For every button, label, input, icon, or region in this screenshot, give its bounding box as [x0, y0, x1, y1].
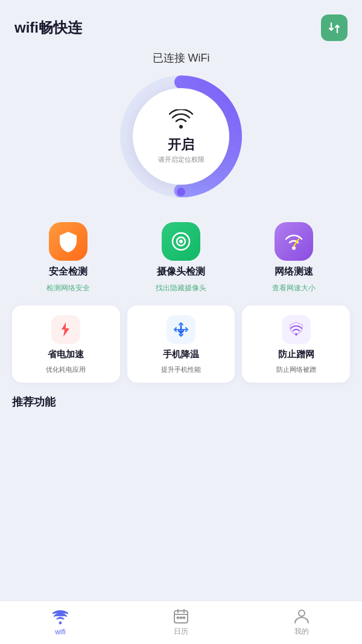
feature-speed[interactable]: 网络测速 查看网速大小 [237, 222, 350, 293]
security-desc: 检测网络安全 [46, 283, 90, 293]
protect-wifi-icon [288, 321, 305, 338]
camera-name: 摄像头检测 [157, 266, 205, 278]
bottom-features-grid: 省电加速 优化耗电应用 手机降温 提升手机性能 [12, 305, 350, 383]
wifi-donut-chart[interactable]: 开启 请开启定位权限 [115, 70, 247, 203]
nav-calendar-icon [173, 608, 189, 624]
nav-mine-icon [294, 608, 310, 624]
camera-icon-bg [162, 222, 200, 261]
cool-icon [173, 321, 189, 338]
nav-calendar-label: 日历 [174, 626, 188, 637]
cool-name: 手机降温 [163, 349, 199, 360]
svg-rect-13 [183, 617, 185, 619]
feature-security[interactable]: 安全检测 检测网络安全 [12, 222, 125, 293]
speed-desc: 查看网速大小 [272, 283, 316, 293]
svg-point-14 [299, 610, 305, 616]
battery-icon [57, 321, 74, 338]
svg-point-5 [179, 240, 183, 243]
camera-detect-icon [170, 231, 192, 252]
battery-icon-bg [51, 315, 80, 344]
svg-point-2 [177, 188, 185, 196]
battery-name: 省电加速 [48, 349, 84, 360]
nav-wifi-label: wifi [55, 628, 65, 636]
bottom-nav: wifi 日历 我的 [0, 601, 362, 644]
speed-icon-bg [275, 222, 313, 261]
nav-wifi-icon [52, 610, 68, 625]
security-name: 安全检测 [49, 266, 87, 278]
camera-desc: 找出隐藏摄像头 [156, 283, 206, 293]
cool-desc: 提升手机性能 [161, 365, 201, 374]
svg-rect-12 [180, 617, 182, 619]
feature-battery[interactable]: 省电加速 优化耗电应用 [12, 305, 120, 383]
protect-name: 防止蹭网 [278, 349, 314, 360]
wifi-status-text: 已连接 WiFi [0, 51, 362, 65]
partial-section: 推荐功能 [0, 395, 362, 419]
protect-desc: 防止网络被蹭 [276, 365, 316, 374]
battery-desc: 优化耗电应用 [46, 365, 86, 374]
donut-inner: 开启 请开启定位权限 [133, 88, 229, 185]
feature-camera[interactable]: 摄像头检测 找出隐藏摄像头 [125, 222, 238, 293]
feature-protect[interactable]: 防止蹭网 防止网络被蹭 [242, 305, 350, 383]
speed-icon [283, 231, 305, 252]
switch-button[interactable] [321, 14, 348, 41]
nav-wifi[interactable]: wifi [0, 610, 121, 636]
nav-mine-label: 我的 [294, 626, 309, 637]
protect-icon-bg [282, 315, 311, 344]
nav-mine[interactable]: 我的 [241, 608, 362, 637]
security-icon [57, 231, 79, 252]
top-features-section: 安全检测 检测网络安全 摄像头检测 找出隐藏摄像头 [0, 222, 362, 383]
app-title: wifi畅快连 [14, 18, 82, 37]
security-icon-bg [49, 222, 87, 261]
donut-center-sublabel: 请开启定位权限 [158, 155, 205, 164]
donut-center-label: 开启 [168, 136, 194, 154]
app-header: wifi畅快连 [0, 0, 362, 51]
switch-icon [327, 21, 341, 35]
top-features-grid: 安全检测 检测网络安全 摄像头检测 找出隐藏摄像头 [12, 222, 350, 293]
wifi-center-icon [169, 109, 193, 133]
svg-rect-11 [177, 617, 179, 619]
feature-cool[interactable]: 手机降温 提升手机性能 [127, 305, 235, 383]
partial-section-title: 推荐功能 [12, 396, 56, 408]
cool-icon-bg [167, 315, 195, 344]
speed-name: 网络测速 [275, 266, 313, 278]
nav-calendar[interactable]: 日历 [121, 608, 241, 637]
